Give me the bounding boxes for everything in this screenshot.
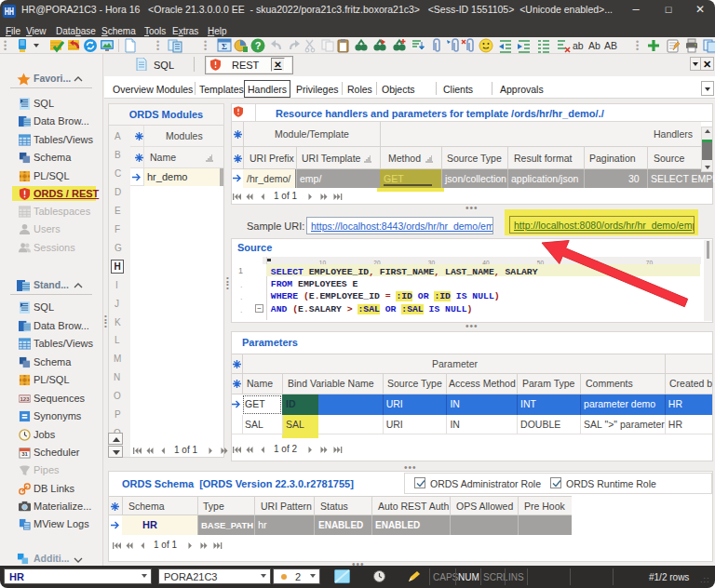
svg-text:70: 70 [646,260,654,264]
svg-text:30: 30 [428,260,436,264]
svg-text:50: 50 [537,260,545,264]
svg-text:60: 60 [591,260,599,264]
svg-text:20: 20 [373,260,381,264]
svg-text:?: ? [255,40,262,51]
svg-text:31: 31 [21,451,28,457]
svg-text:40: 40 [482,260,490,264]
svg-text:10: 10 [319,260,327,264]
svg-text:123: 123 [20,396,30,402]
svg-text:Σ: Σ [222,42,227,51]
